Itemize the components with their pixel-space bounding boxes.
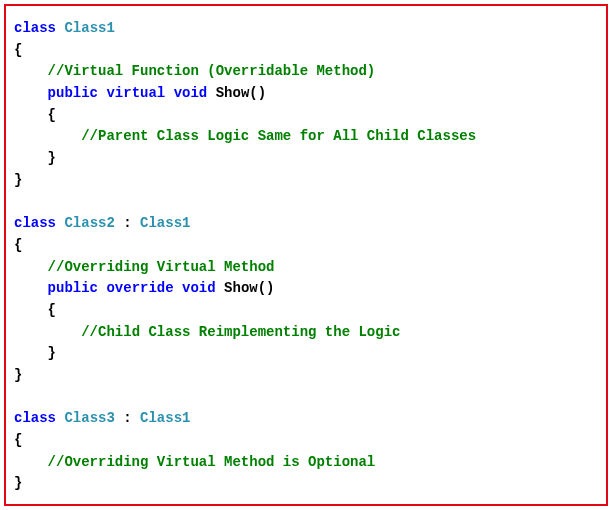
- base-class-name: Class1: [140, 410, 190, 426]
- space: [165, 85, 173, 101]
- code-line: //Virtual Function (Overridable Method): [14, 61, 598, 83]
- class-name: Class1: [64, 20, 114, 36]
- blank-line: [14, 387, 598, 409]
- comment: //Overriding Virtual Method is Optional: [48, 454, 376, 470]
- keyword-void: void: [182, 280, 216, 296]
- keyword-public: public: [48, 280, 98, 296]
- code-line: }: [14, 365, 598, 387]
- base-class-name: Class1: [140, 215, 190, 231]
- indent: [14, 280, 48, 296]
- brace: {: [48, 107, 56, 123]
- code-line: }: [14, 343, 598, 365]
- space: [216, 280, 224, 296]
- inherit-separator: :: [115, 215, 140, 231]
- code-line: //Overriding Virtual Method is Optional: [14, 452, 598, 474]
- comment: //Virtual Function (Overridable Method): [48, 63, 376, 79]
- blank-line: [14, 192, 598, 214]
- code-line: }: [14, 473, 598, 495]
- keyword-void: void: [174, 85, 208, 101]
- brace: {: [48, 302, 56, 318]
- indent: [14, 345, 48, 361]
- code-line: {: [14, 235, 598, 257]
- keyword-class: class: [14, 215, 56, 231]
- comment: //Child Class Reimplementing the Logic: [81, 324, 400, 340]
- method-name: Show(): [224, 280, 274, 296]
- code-line: public override void Show(): [14, 278, 598, 300]
- space: [174, 280, 182, 296]
- code-line: //Overriding Virtual Method: [14, 257, 598, 279]
- keyword-class: class: [14, 20, 56, 36]
- indent: [14, 128, 81, 144]
- code-line: {: [14, 300, 598, 322]
- code-block: class Class1 { //Virtual Function (Overr…: [4, 4, 608, 506]
- indent: [14, 150, 48, 166]
- code-line: {: [14, 40, 598, 62]
- code-line: }: [14, 170, 598, 192]
- brace: }: [48, 345, 56, 361]
- class-name: Class3: [64, 410, 114, 426]
- keyword-class: class: [14, 410, 56, 426]
- indent: [14, 85, 48, 101]
- code-line: }: [14, 148, 598, 170]
- brace: }: [48, 150, 56, 166]
- inherit-separator: :: [115, 410, 140, 426]
- code-line: {: [14, 430, 598, 452]
- indent: [14, 63, 48, 79]
- code-line: class Class3 : Class1: [14, 408, 598, 430]
- code-line: public virtual void Show(): [14, 83, 598, 105]
- indent: [14, 107, 48, 123]
- code-line: class Class1: [14, 18, 598, 40]
- class-name: Class2: [64, 215, 114, 231]
- comment: //Overriding Virtual Method: [48, 259, 275, 275]
- indent: [14, 324, 81, 340]
- indent: [14, 259, 48, 275]
- code-line: //Child Class Reimplementing the Logic: [14, 322, 598, 344]
- indent: [14, 302, 48, 318]
- method-name: Show(): [216, 85, 266, 101]
- comment: //Parent Class Logic Same for All Child …: [81, 128, 476, 144]
- keyword-override: override: [106, 280, 173, 296]
- code-line: class Class2 : Class1: [14, 213, 598, 235]
- code-line: {: [14, 105, 598, 127]
- indent: [14, 454, 48, 470]
- keyword-virtual: virtual: [106, 85, 165, 101]
- code-line: //Parent Class Logic Same for All Child …: [14, 126, 598, 148]
- keyword-public: public: [48, 85, 98, 101]
- space: [207, 85, 215, 101]
